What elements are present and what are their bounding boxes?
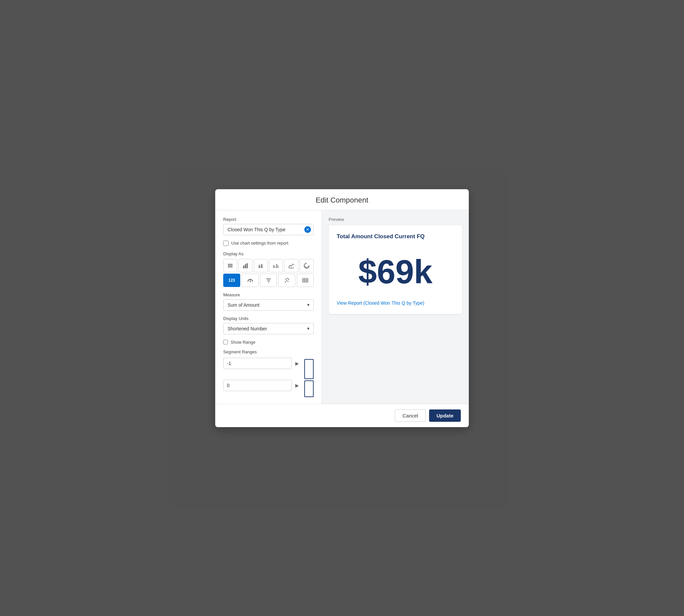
- bar-chart-icon-btn[interactable]: [239, 259, 252, 272]
- gauge-icon: [247, 277, 253, 284]
- stacked-bar-icon-btn[interactable]: [254, 259, 268, 272]
- svg-rect-9: [261, 264, 263, 265]
- line-chart-icon-btn[interactable]: [284, 259, 298, 272]
- report-input[interactable]: [223, 224, 314, 235]
- display-as-label: Display As: [223, 251, 314, 256]
- list-icon: [227, 262, 234, 269]
- display-as-grid-row1: [223, 259, 314, 272]
- svg-rect-7: [259, 265, 260, 266]
- svg-rect-4: [245, 264, 246, 268]
- cancel-button[interactable]: Cancel: [395, 410, 426, 422]
- range-input-1[interactable]: [223, 358, 292, 369]
- table-icon-btn[interactable]: [296, 273, 314, 287]
- svg-point-25: [285, 278, 286, 279]
- range-inputs: ▶ ▶: [223, 358, 300, 391]
- report-label: Report: [223, 217, 314, 222]
- modal-body: Report ✕ Use chart settings from report …: [215, 210, 469, 404]
- display-units-label: Display Units: [223, 316, 314, 321]
- measure-select[interactable]: Sum of Amount: [223, 299, 314, 311]
- svg-rect-29: [303, 278, 308, 282]
- scatter-icon: [284, 277, 290, 284]
- segment-ranges-label: Segment Ranges: [223, 349, 314, 354]
- line-chart-icon: [288, 262, 295, 269]
- grouped-bar-icon: [272, 262, 279, 269]
- stacked-bar-icon: [258, 262, 264, 269]
- svg-point-23: [285, 281, 286, 282]
- display-as-grid-row2: 123: [223, 273, 314, 287]
- range-input-2[interactable]: [223, 380, 292, 391]
- scatter-icon-btn[interactable]: [278, 273, 295, 287]
- measure-label: Measure: [223, 292, 314, 297]
- show-range-checkbox[interactable]: [223, 340, 228, 344]
- measure-select-container: Sum of Amount ▼: [223, 299, 314, 311]
- left-panel: Report ✕ Use chart settings from report …: [215, 210, 322, 404]
- report-input-container: ✕: [223, 224, 314, 235]
- modal-title: Edit Component: [223, 196, 461, 204]
- number-icon-btn[interactable]: 123: [223, 273, 240, 287]
- display-units-select-container: Shortened Number ▼: [223, 323, 314, 334]
- preview-link[interactable]: View Report (Closed Won This Q by Type): [337, 300, 424, 306]
- funnel-icon: [265, 277, 272, 284]
- use-chart-settings-row: Use chart settings from report: [223, 241, 314, 246]
- modal-header: Edit Component: [215, 189, 469, 210]
- display-units-select[interactable]: Shortened Number: [223, 323, 314, 334]
- svg-rect-6: [259, 266, 260, 268]
- svg-point-26: [287, 281, 288, 282]
- show-range-row: Show Range: [223, 340, 314, 345]
- modal-footer: Cancel Update: [215, 404, 469, 427]
- clear-report-button[interactable]: ✕: [304, 226, 311, 233]
- grouped-bar-icon-btn[interactable]: [269, 259, 283, 272]
- svg-rect-10: [273, 265, 274, 268]
- svg-point-28: [287, 278, 288, 279]
- range-input-row-1: ▶: [223, 358, 300, 369]
- donut-icon-btn[interactable]: [300, 259, 314, 272]
- preview-label: Preview: [329, 217, 462, 222]
- slider-segment-bottom[interactable]: [304, 380, 314, 397]
- modal-overlay: Edit Component Report ✕ Use chart settin…: [0, 0, 684, 616]
- donut-icon: [303, 262, 310, 269]
- funnel-icon-btn[interactable]: [260, 273, 277, 287]
- segment-ranges-area: ▶ ▶: [223, 358, 314, 397]
- svg-point-27: [288, 279, 289, 280]
- update-button[interactable]: Update: [429, 410, 461, 422]
- show-range-label: Show Range: [230, 340, 255, 345]
- range-slider-visual: [304, 358, 314, 397]
- svg-point-24: [286, 280, 287, 281]
- edit-component-modal: Edit Component Report ✕ Use chart settin…: [215, 189, 469, 427]
- range-input-row-2: ▶: [223, 380, 300, 391]
- use-chart-checkbox[interactable]: [223, 241, 228, 246]
- use-chart-label: Use chart settings from report: [231, 241, 288, 246]
- svg-rect-11: [274, 266, 275, 268]
- bar-chart-icon: [242, 262, 249, 269]
- slider-segment-top[interactable]: [304, 359, 314, 379]
- list-icon-btn[interactable]: [223, 259, 237, 272]
- gauge-icon-btn[interactable]: [242, 273, 259, 287]
- table-icon: [302, 277, 309, 284]
- svg-rect-5: [247, 263, 248, 268]
- svg-rect-8: [261, 265, 263, 268]
- number-123-icon: 123: [228, 278, 235, 283]
- svg-rect-3: [243, 266, 244, 268]
- svg-point-18: [249, 281, 250, 282]
- range-arrow-btn-1[interactable]: ▶: [294, 359, 300, 367]
- range-arrow-btn-2[interactable]: ▶: [294, 381, 300, 390]
- preview-value: $69k: [337, 247, 454, 300]
- preview-card: Total Amount Closed Current FQ $69k View…: [329, 225, 462, 314]
- right-panel: Preview Total Amount Closed Current FQ $…: [322, 210, 469, 404]
- preview-title: Total Amount Closed Current FQ: [337, 233, 454, 240]
- svg-rect-13: [278, 266, 279, 268]
- svg-rect-12: [276, 264, 277, 268]
